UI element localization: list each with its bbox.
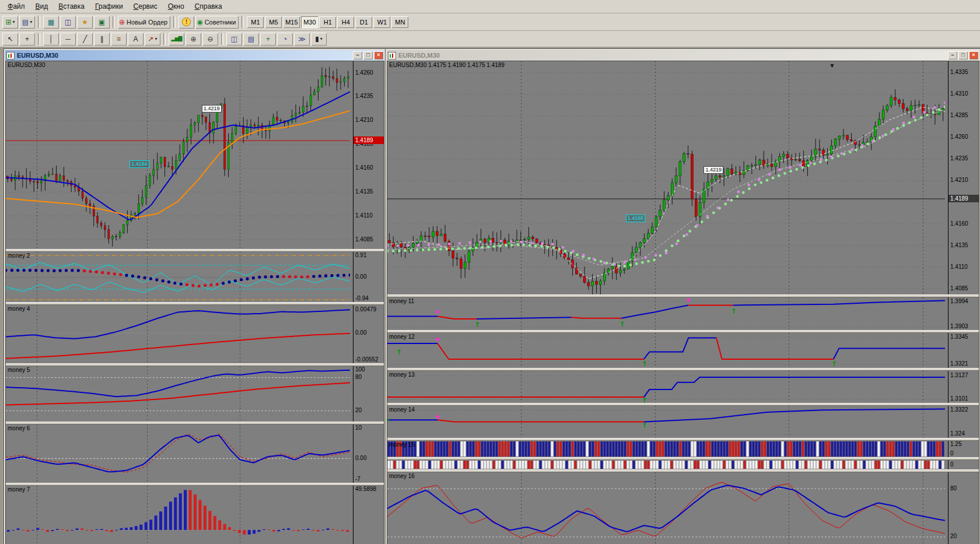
- price-axis[interactable]: 1.31271.3101: [948, 371, 979, 403]
- horizontal-line-tool[interactable]: ─: [60, 33, 76, 45]
- pane-plot[interactable]: [6, 366, 350, 422]
- price-axis[interactable]: 1008020: [353, 366, 384, 422]
- chart-annotation[interactable]: ▼: [830, 63, 835, 69]
- timeframe-h1-button[interactable]: H1: [319, 16, 336, 28]
- price-axis[interactable]: 49.5898-20.4646: [353, 486, 384, 544]
- minimize-button[interactable]: –: [948, 51, 957, 59]
- restore-button[interactable]: □: [363, 51, 373, 59]
- chart-annotation[interactable]: 1.4219: [704, 166, 723, 174]
- fibonacci-tool[interactable]: ≡: [111, 33, 127, 45]
- chart-window-left[interactable]: EURUSD,M30 – □ × 1.42601.42351.42101.418…: [4, 48, 386, 544]
- zoom-out-button[interactable]: ⊖: [202, 33, 218, 45]
- window-titlebar[interactable]: EURUSD,M30 – □ ×: [387, 50, 979, 61]
- pane-plot[interactable]: [387, 61, 945, 294]
- chart-annotation[interactable]: 1.4219: [202, 105, 222, 113]
- chart-pane-money-4[interactable]: 0.004790.00-0.00552money 4: [6, 305, 384, 363]
- indicators-button[interactable]: ▂▅▇: [169, 33, 184, 45]
- pane-plot[interactable]: ↑↑↑: [387, 297, 945, 330]
- chart-shift-button[interactable]: ≫: [294, 33, 310, 45]
- chart-pane-strip[interactable]: 0: [387, 460, 979, 469]
- close-button[interactable]: ×: [374, 51, 383, 59]
- pane-plot[interactable]: [387, 441, 945, 457]
- crosshair-tool[interactable]: +: [19, 33, 35, 45]
- timeframe-d1-button[interactable]: D1: [355, 16, 372, 28]
- pane-plot[interactable]: [6, 252, 350, 302]
- price-axis[interactable]: 1.250: [948, 441, 979, 457]
- new-chart-window-button[interactable]: +: [260, 33, 276, 45]
- price-axis[interactable]: 1.33451.3321: [948, 333, 979, 368]
- pane-plot[interactable]: [6, 486, 350, 544]
- menu-item-3[interactable]: Графики: [90, 1, 128, 12]
- timeframe-m30-button[interactable]: M30: [301, 16, 318, 28]
- timeframe-w1-button[interactable]: W1: [373, 16, 390, 28]
- menu-item-6[interactable]: Справка: [190, 1, 228, 12]
- expert-advisors-button[interactable]: ◉Советники: [195, 16, 239, 29]
- chart-area[interactable]: 1.43351.43101.42851.42601.42351.42101.41…: [387, 61, 979, 544]
- restore-button[interactable]: □: [958, 51, 968, 59]
- arrows-tool[interactable]: ↗▾: [145, 33, 160, 45]
- menu-item-2[interactable]: Вставка: [53, 1, 90, 12]
- chart-pane-money-2[interactable]: 0.910.00-0.94money 2: [6, 252, 384, 302]
- profiles-button[interactable]: ▤▾: [19, 16, 35, 29]
- window-titlebar[interactable]: EURUSD,M30 – □ ×: [5, 50, 384, 61]
- timeframe-m15-button[interactable]: M15: [283, 16, 300, 28]
- chart-annotation[interactable]: 1.4164: [130, 160, 149, 168]
- pane-plot[interactable]: [6, 61, 350, 249]
- minimize-button[interactable]: –: [353, 51, 362, 59]
- pane-plot[interactable]: ↑: [387, 406, 945, 438]
- price-axis[interactable]: 100.00-7: [353, 424, 384, 483]
- menu-item-5[interactable]: Окно: [163, 1, 190, 12]
- pane-plot[interactable]: [6, 424, 350, 483]
- market-watch-button[interactable]: ▦: [43, 16, 59, 29]
- chart-area[interactable]: 1.42601.42351.42101.41851.41601.41351.41…: [5, 61, 384, 544]
- price-axis[interactable]: 1.33221.324: [948, 406, 979, 438]
- pane-plot[interactable]: [6, 305, 350, 363]
- pane-plot[interactable]: [387, 472, 945, 544]
- autoscroll-button[interactable]: ◔: [277, 33, 293, 45]
- price-axis[interactable]: 0: [948, 460, 979, 469]
- chart-pane-money-12[interactable]: ↑↑↑1.33451.3321money 12: [387, 333, 979, 368]
- chart-pane-money-13[interactable]: ↑1.31271.3101money 13: [387, 371, 979, 403]
- price-axis[interactable]: 1.39941.3903: [948, 297, 979, 330]
- price-axis[interactable]: 0.910.00-0.94: [353, 252, 384, 302]
- chart-pane-money-6[interactable]: 100.00-7money 6: [6, 424, 384, 483]
- timeframe-m1-button[interactable]: M1: [247, 16, 264, 28]
- pane-plot[interactable]: ↑↑↑: [387, 333, 945, 368]
- chart-pane-money-15[interactable]: 1.250money 15: [387, 441, 979, 457]
- chart-pane-eurusd-m30-1-4175-1-[interactable]: 1.43351.43101.42851.42601.42351.42101.41…: [387, 61, 979, 294]
- pane-plot[interactable]: ↑: [387, 371, 945, 403]
- new-order-button[interactable]: ⊕Новый Ордер: [118, 16, 170, 29]
- navigator-button[interactable]: ★: [77, 16, 93, 29]
- chart-pane-money-7[interactable]: 49.5898-20.4646money 7: [6, 486, 384, 544]
- terminal-button[interactable]: ▣: [94, 16, 110, 29]
- timeframe-h4-button[interactable]: H4: [337, 16, 354, 28]
- menu-item-1[interactable]: Вид: [30, 1, 54, 12]
- equidistant-channel-tool[interactable]: ∥: [94, 33, 110, 45]
- chart-annotation[interactable]: 1.4165: [626, 215, 646, 222]
- text-tool[interactable]: A: [128, 33, 144, 45]
- close-button[interactable]: ×: [969, 51, 978, 59]
- timeframe-m5-button[interactable]: M5: [265, 16, 282, 28]
- trendline-tool[interactable]: ╱: [77, 33, 93, 45]
- tile-windows-button[interactable]: ◫: [226, 33, 242, 45]
- cascade-windows-button[interactable]: ▤: [243, 33, 259, 45]
- price-axis[interactable]: 1.42601.42351.42101.41851.41601.41351.41…: [353, 61, 384, 249]
- timeframe-mn-button[interactable]: MN: [391, 16, 408, 28]
- chart-window-right[interactable]: EURUSD,M30 – □ × 1.43351.43101.42851.426…: [385, 48, 980, 544]
- new-chart-button[interactable]: ⊞▾: [2, 16, 18, 29]
- chart-type-button[interactable]: ▮▾: [311, 33, 327, 45]
- chart-pane-money-5[interactable]: 1008020money 5: [6, 366, 384, 422]
- cursor-tool[interactable]: ↖: [2, 33, 18, 45]
- zoom-in-button[interactable]: ⊕: [186, 33, 201, 45]
- price-axis[interactable]: 80200: [948, 472, 979, 544]
- pane-plot[interactable]: [387, 460, 945, 469]
- menu-item-0[interactable]: Файл: [2, 1, 30, 12]
- menu-item-4[interactable]: Сервис: [128, 1, 163, 12]
- vertical-line-tool[interactable]: │: [43, 33, 59, 45]
- data-window-button[interactable]: ◫: [60, 16, 76, 29]
- price-axis[interactable]: 1.43351.43101.42851.42601.42351.42101.41…: [948, 61, 979, 294]
- alert-icon[interactable]: !: [178, 16, 194, 29]
- price-axis[interactable]: 0.004790.00-0.00552: [353, 305, 384, 363]
- chart-pane-money-16[interactable]: 80200money 16: [387, 472, 979, 544]
- chart-pane-money-11[interactable]: ↑↑↑1.39941.3903money 11: [387, 297, 979, 330]
